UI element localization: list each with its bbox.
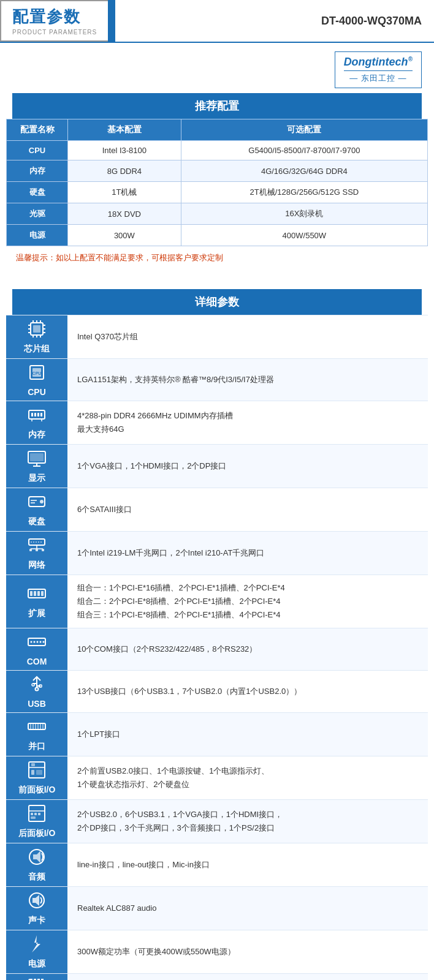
detail-row: COM 10个COM接口（2个RS232/422/485，8个RS232）	[6, 628, 428, 671]
detail-row: USB 13个USB接口（6个USB3.1，7个USB2.0（内置1个USB2.…	[6, 671, 428, 713]
svg-point-29	[40, 500, 44, 503]
detail-label: 网络	[28, 560, 45, 571]
detail-icon-com	[27, 632, 47, 654]
detail-row: 电源 300W额定功率（可更换400W或550W电源）	[6, 930, 428, 974]
svg-rect-18	[31, 413, 33, 417]
rec-optional-cell: 400W/550W	[181, 225, 427, 246]
warm-tip: 温馨提示：如以上配置不能满足要求，可根据客户要求定制	[6, 246, 428, 267]
svg-rect-43	[41, 591, 44, 596]
detail-value: 2个前置USB2.0接口、1个电源按键、1个电源指示灯、1个硬盘状态指示灯、2个…	[67, 756, 428, 799]
brand-logo: Dongtintech® — 东田工控 —	[335, 51, 422, 88]
svg-rect-71	[34, 813, 37, 815]
detail-value: Intel Q370芯片组	[67, 315, 428, 358]
detail-icon-col: 电源	[6, 930, 67, 973]
page-title-en: PRODUCT PARAMETERS	[12, 29, 97, 36]
recommend-table: 配置名称 基本配置 可选配置 CPU Intel I3-8100 G5400/I…	[6, 119, 428, 246]
detail-icon-audio	[27, 847, 47, 869]
svg-rect-38	[42, 549, 44, 551]
table-row: 光驱 18X DVD 16X刻录机	[7, 203, 428, 225]
detail-value: Realtek ALC887 audio	[67, 887, 428, 930]
svg-rect-40	[30, 591, 32, 596]
detail-icon-col: USB	[6, 671, 67, 712]
header-title-block: 配置参数 PRODUCT PARAMETERS	[0, 0, 108, 42]
svg-rect-20	[37, 413, 39, 417]
table-row: 内存 8G DDR4 4G/16G/32G/64G DDR4	[7, 160, 428, 182]
svg-rect-21	[40, 413, 42, 417]
detail-icon-parallel	[27, 717, 47, 739]
detail-icon-reario	[27, 804, 47, 826]
detail-icon-network	[27, 535, 47, 557]
detail-value: 2个USB2.0，6个USB3.1，1个VGA接口，1个HDMI接口，2个DP接…	[67, 800, 428, 843]
detail-icon-col: 机箱尺寸	[6, 974, 67, 980]
detail-icon-chassis	[27, 978, 47, 980]
rec-optional-cell: 2T机械/128G/256G/512G SSD	[181, 182, 427, 203]
rec-name-cell: 内存	[7, 160, 68, 182]
detail-icon-chipset	[27, 319, 47, 341]
detail-row: 内存 4*288-pin DDR4 2666MHz UDIMM内存插槽最大支持6…	[6, 401, 428, 445]
svg-rect-37	[36, 549, 38, 551]
svg-rect-70	[31, 813, 33, 815]
detail-icon-col: 音频	[6, 843, 67, 886]
svg-rect-73	[31, 816, 36, 819]
detail-row: CPU CPU LGA1151架构，支持英特尔® 酷睿™8/9代I3/I5/I7…	[6, 359, 428, 401]
detail-title: 详细参数	[12, 289, 422, 315]
svg-rect-36	[29, 549, 32, 551]
rec-name-cell: 电源	[7, 225, 68, 246]
svg-rect-42	[37, 591, 40, 596]
detail-label: CPU	[28, 387, 46, 397]
detail-value: 13个USB接口（6个USB3.1，7个USB2.0（内置1个USB2.0））	[67, 671, 428, 712]
detail-row: 硬盘 6个SATAIII接口	[6, 488, 428, 532]
svg-rect-17	[29, 410, 45, 419]
detail-icon-col: 内存	[6, 401, 67, 444]
rec-optional-cell: G5400/I5-8500/I7-8700/I7-9700	[181, 141, 427, 160]
detail-icon-expand	[27, 584, 47, 606]
detail-row: 音频 line-in接口，line-out接口，Mic-in接口	[6, 843, 428, 887]
svg-point-47	[37, 641, 39, 643]
detail-icon-col: 芯片组	[6, 315, 67, 358]
svg-point-48	[40, 641, 42, 643]
svg-rect-67	[31, 763, 35, 766]
brand-name: Dongtintech®	[344, 56, 413, 69]
detail-value: line-in接口，line-out接口，Mic-in接口	[67, 843, 428, 886]
rec-optional-cell: 4G/16G/32G/64G DDR4	[181, 160, 427, 182]
detail-value: 4*288-pin DDR4 2666MHz UDIMM内存插槽最大支持64G	[67, 401, 428, 444]
page-title-cn: 配置参数	[12, 6, 97, 28]
col-optional-header: 可选配置	[181, 119, 427, 141]
brand-name-text: Dongtintech	[344, 56, 408, 68]
detail-value: 1个LPT接口	[67, 713, 428, 756]
col-basic-header: 基本配置	[68, 119, 181, 141]
detail-value: 430（带耳朵483）*552*178mm（宽*深*高）	[67, 974, 428, 980]
detail-label: 并口	[28, 741, 45, 752]
rec-name-cell: CPU	[7, 141, 68, 160]
detail-icon-col: 声卡	[6, 887, 67, 930]
table-row: CPU Intel I3-8100 G5400/I5-8500/I7-8700/…	[7, 141, 428, 160]
detail-label: COM	[27, 657, 47, 666]
svg-rect-72	[38, 813, 40, 815]
detail-row: 后面板I/O 2个USB2.0，6个USB3.1，1个VGA接口，1个HDMI接…	[6, 800, 428, 843]
svg-rect-65	[31, 770, 34, 775]
rec-basic-cell: 1T机械	[68, 182, 181, 203]
detail-icon-col: 前面板I/O	[6, 756, 67, 799]
svg-rect-41	[34, 591, 36, 596]
detail-icon-col: COM	[6, 628, 67, 670]
detail-row: 显示 1个VGA接口，1个HDMI接口，2个DP接口	[6, 445, 428, 488]
detail-value: 1个VGA接口，1个HDMI接口，2个DP接口	[67, 445, 428, 488]
detail-value: 组合一：1个PCI-E*16插槽、2个PCI-E*1插槽、2个PCI-E*4组合…	[67, 575, 428, 628]
detail-value: LGA1151架构，支持英特尔® 酷睿™8/9代I3/I5/I7处理器	[67, 359, 428, 401]
svg-marker-77	[32, 895, 39, 906]
detail-label: 前面板I/O	[18, 785, 56, 796]
detail-icon-power	[27, 934, 47, 956]
detail-label: 声卡	[28, 915, 45, 926]
table-row: 硬盘 1T机械 2T机械/128G/256G/512G SSD	[7, 182, 428, 203]
detail-icon-col: 显示	[6, 445, 67, 488]
detail-row: 扩展 组合一：1个PCI-E*16插槽、2个PCI-E*1插槽、2个PCI-E*…	[6, 575, 428, 628]
svg-rect-1	[33, 325, 40, 333]
page-header: 配置参数 PRODUCT PARAMETERS DT-4000-WQ370MA	[0, 0, 434, 43]
detail-row: 前面板I/O 2个前置USB2.0接口、1个电源按键、1个电源指示灯、1个硬盘状…	[6, 756, 428, 800]
table-header-row: 配置名称 基本配置 可选配置	[7, 119, 428, 141]
svg-point-45	[31, 641, 32, 643]
detail-icon-col: 硬盘	[6, 488, 67, 531]
recommend-section: 推荐配置 配置名称 基本配置 可选配置 CPU Intel I3-8100 G5…	[0, 93, 434, 267]
detail-row: 声卡 Realtek ALC887 audio	[6, 887, 428, 930]
detail-label: 扩展	[28, 608, 45, 619]
